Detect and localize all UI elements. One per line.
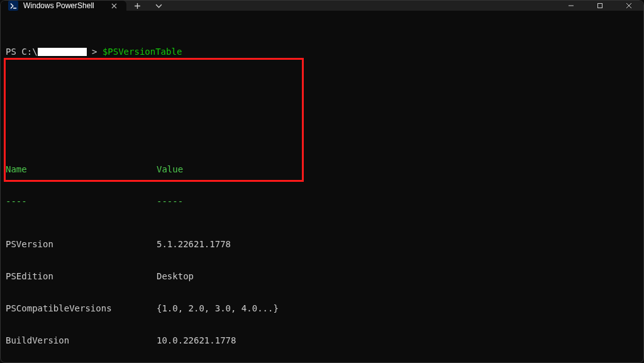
- new-tab-button[interactable]: [126, 1, 148, 11]
- tab-dropdown-button[interactable]: [148, 1, 169, 11]
- table-row: BuildVersion10.0.22621.1778: [6, 335, 638, 346]
- table-row: PSEditionDesktop: [6, 271, 638, 282]
- terminal-body[interactable]: PS C:\ > $PSVersionTable NameValue -----…: [1, 11, 643, 363]
- row-value: Desktop: [157, 271, 194, 282]
- row-value: {1.0, 2.0, 3.0, 4.0...}: [157, 303, 279, 314]
- header-name-dash: ----: [6, 196, 157, 207]
- svg-rect-0: [598, 4, 602, 8]
- prompt-suffix: >: [87, 47, 97, 57]
- row-name: BuildVersion: [6, 335, 157, 346]
- header-value: Value: [157, 164, 183, 175]
- titlebar[interactable]: Windows PowerShell: [1, 1, 643, 11]
- minimize-button[interactable]: [557, 1, 586, 11]
- tab-close-button[interactable]: [109, 1, 119, 11]
- terminal-window: Windows PowerShell PS C:\ > $PSVersionTa…: [0, 0, 644, 363]
- row-name: PSEdition: [6, 271, 157, 282]
- row-name: PSVersion: [6, 239, 157, 250]
- header-value-dash: -----: [157, 196, 183, 207]
- prompt-line-1: PS C:\ > $PSVersionTable: [6, 47, 638, 57]
- prompt-prefix: PS C:\: [6, 47, 38, 57]
- row-value: 10.0.22621.1778: [157, 335, 236, 346]
- close-window-button[interactable]: [614, 1, 643, 11]
- row-name: PSCompatibleVersions: [6, 303, 157, 314]
- tab-title: Windows PowerShell: [23, 1, 104, 10]
- blank-line: [6, 89, 638, 100]
- annotation-highlight-box: [4, 58, 304, 182]
- table-row: PSVersion5.1.22621.1778: [6, 239, 638, 250]
- redacted-path: [38, 48, 87, 56]
- table-row: PSCompatibleVersions{1.0, 2.0, 3.0, 4.0.…: [6, 303, 638, 314]
- table-header: NameValue: [6, 164, 638, 175]
- maximize-button[interactable]: [586, 1, 614, 11]
- titlebar-drag-area[interactable]: [169, 1, 557, 11]
- tab-powershell[interactable]: Windows PowerShell: [1, 1, 126, 11]
- table-header-rule: ---------: [6, 196, 638, 207]
- row-value: 5.1.22621.1778: [157, 239, 231, 250]
- powershell-icon: [8, 1, 18, 11]
- blank-line: [6, 121, 638, 132]
- command-text: $PSVersionTable: [103, 47, 182, 57]
- header-name: Name: [6, 164, 157, 175]
